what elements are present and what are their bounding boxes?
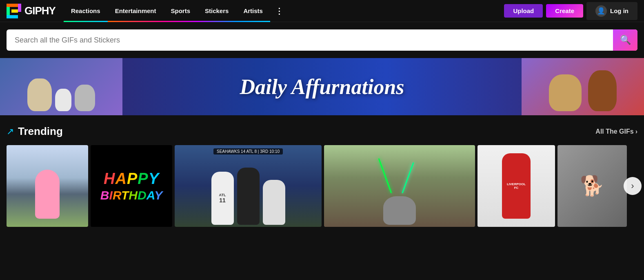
search-icon: 🔍	[620, 35, 631, 45]
nav-item-reactions[interactable]: Reactions	[64, 0, 108, 22]
user-icon: 👤	[595, 5, 607, 17]
dog-figure-3	[75, 85, 95, 111]
banner-left-dogs	[0, 58, 122, 115]
gif-grid: HAPPY BIRTHDAY ATL 11	[7, 145, 637, 227]
carousel-next-button[interactable]: ›	[624, 177, 642, 195]
svg-rect-2	[18, 4, 21, 12]
gif-card-tennis[interactable]	[7, 145, 88, 227]
birthday-text: BIRTHDAY	[100, 188, 162, 202]
svg-rect-4	[11, 9, 18, 13]
trending-section: ↗ Trending All The GIFs › HAPPY	[0, 115, 644, 233]
nav-item-artists[interactable]: Artists	[236, 0, 270, 22]
search-bar: 🔍	[7, 29, 637, 51]
gif-birthday-visual: HAPPY BIRTHDAY	[91, 145, 172, 227]
gif-football-visual: ATL 11	[175, 145, 322, 227]
score-text: SEAHAWKS 14 ATL 8 | 3RD 10:10	[217, 149, 280, 154]
main-header: GIPHY Reactions Entertainment Sports Sti…	[0, 0, 644, 22]
gif-grid-wrapper: HAPPY BIRTHDAY ATL 11	[7, 145, 637, 227]
banner-right-dogs	[522, 58, 644, 115]
scoreboard-overlay: SEAHAWKS 14 ATL 8 | 3RD 10:10	[175, 148, 322, 155]
logo-text: GIPHY	[24, 4, 56, 17]
scoreboard-bar: SEAHAWKS 14 ATL 8 | 3RD 10:10	[213, 148, 283, 155]
nav-actions: Upload Create 👤 Log in	[504, 2, 637, 20]
nav-item-entertainment[interactable]: Entertainment	[108, 0, 164, 22]
dog-figure-5	[588, 70, 617, 111]
gif-card-partial-dog[interactable]: 🐕	[557, 145, 627, 227]
gif-soccer-visual: LIVERPOOLFC	[477, 145, 555, 227]
login-button[interactable]: 👤 Log in	[586, 2, 637, 20]
all-gifs-chevron: ›	[635, 128, 637, 135]
login-label: Log in	[610, 7, 628, 14]
search-section: 🔍	[0, 22, 644, 58]
search-button[interactable]: 🔍	[613, 29, 637, 51]
cat-figure	[383, 196, 416, 225]
banner: Daily Affurnations	[0, 58, 644, 115]
all-gifs-link[interactable]: All The GIFs ›	[595, 128, 637, 135]
dog-emoji: 🐕	[580, 175, 604, 197]
football-player-white: ATL 11	[211, 172, 234, 225]
trending-title: Trending	[18, 125, 63, 138]
more-menu-button[interactable]: ⋮	[270, 0, 288, 22]
tennis-player-silhouette	[35, 170, 60, 219]
all-gifs-label: All The GIFs	[595, 128, 633, 135]
football-player-dark	[237, 168, 260, 225]
happy-text: HAPPY	[104, 170, 159, 188]
svg-rect-3	[7, 15, 18, 18]
laser-green	[378, 158, 392, 193]
giphy-logo-icon	[7, 4, 21, 18]
upload-button[interactable]: Upload	[504, 4, 543, 18]
trending-arrow-icon: ↗	[7, 126, 14, 137]
banner-title: Daily Affurnations	[240, 75, 404, 99]
logo[interactable]: GIPHY	[7, 4, 56, 18]
gif-cats-visual	[324, 145, 475, 227]
football-player-white-2	[263, 180, 285, 225]
dog-figure-1	[27, 78, 52, 111]
gif-card-football[interactable]: ATL 11 SEAHAWKS 14 ATL 8 | 3RD 10:10	[175, 145, 322, 227]
dog-figure-2	[55, 89, 71, 111]
trending-header: ↗ Trending All The GIFs ›	[7, 125, 637, 138]
laser-blue	[402, 162, 414, 193]
nav-item-stickers[interactable]: Stickers	[198, 0, 236, 22]
search-input[interactable]	[7, 36, 613, 45]
dog-figure-4	[549, 74, 582, 111]
create-button[interactable]: Create	[546, 4, 583, 18]
gif-card-cats[interactable]	[324, 145, 475, 227]
trending-title-area: ↗ Trending	[7, 125, 63, 138]
gif-tennis-visual	[7, 145, 88, 227]
nav-item-sports[interactable]: Sports	[163, 0, 198, 22]
main-nav: Reactions Entertainment Sports Stickers …	[64, 0, 504, 22]
gif-card-soccer[interactable]: LIVERPOOLFC	[477, 145, 555, 227]
gif-partial-visual: 🐕	[557, 145, 627, 227]
soccer-player-figure: LIVERPOOLFC	[502, 153, 531, 219]
gif-card-birthday[interactable]: HAPPY BIRTHDAY	[91, 145, 172, 227]
